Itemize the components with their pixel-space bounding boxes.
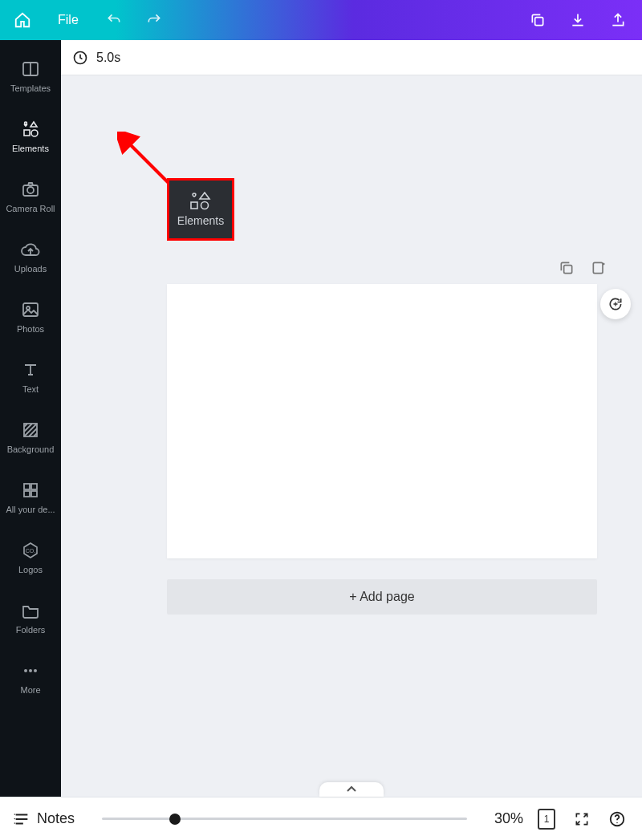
svg-point-18 [29, 669, 32, 672]
svg-rect-14 [31, 491, 37, 497]
sidebar-item-label: Logos [18, 565, 43, 574]
topbar-left-group: File [0, 7, 167, 33]
sidebar-item-photos[interactable]: Photos [0, 287, 61, 347]
sidebar-item-text[interactable]: Text [0, 347, 61, 408]
main-area: 5.0s [61, 40, 642, 797]
sidebar-item-label: More [20, 685, 40, 695]
svg-point-7 [27, 187, 34, 193]
page-tools [557, 258, 608, 278]
fullscreen-button[interactable] [570, 807, 594, 831]
add-page-button[interactable]: + Add page [167, 579, 597, 615]
sidebar-item-label: Folders [16, 625, 46, 635]
zoom-level[interactable]: 30% [494, 810, 523, 827]
sidebar-item-elements[interactable]: Elements [0, 107, 61, 167]
grid-icon [21, 481, 40, 500]
left-sidebar: Templates Elements Camera Roll Uploads P… [0, 40, 61, 797]
undo-icon [106, 12, 122, 28]
new-page-icon [591, 260, 607, 276]
photo-icon [21, 300, 40, 319]
duration-label[interactable]: 5.0s [96, 51, 120, 65]
slider-thumb[interactable] [169, 814, 181, 825]
folder-icon [21, 601, 40, 620]
svg-rect-12 [31, 484, 37, 489]
sidebar-item-label: All your de... [6, 505, 55, 514]
svg-point-19 [34, 669, 37, 672]
home-button[interactable] [10, 7, 35, 33]
sidebar-item-more[interactable]: More [0, 648, 61, 708]
svg-text:CO.: CO. [26, 548, 36, 554]
sidebar-item-label: Elements [12, 144, 49, 153]
share-icon [610, 12, 626, 28]
duplicate-icon [559, 260, 575, 276]
svg-rect-11 [24, 484, 30, 489]
add-page-label: + Add page [349, 590, 414, 604]
fullscreen-icon [574, 811, 590, 827]
camera-icon [21, 180, 40, 199]
sidebar-item-label: Templates [10, 83, 51, 93]
notes-button[interactable]: Notes [13, 810, 75, 828]
notes-icon [13, 810, 30, 828]
topbar-right-group [525, 7, 642, 33]
svg-rect-26 [564, 266, 572, 274]
sidebar-item-label: Text [22, 384, 39, 394]
sidebar-item-label: Uploads [14, 264, 47, 274]
top-toolbar: File [0, 0, 642, 40]
slider-track [102, 818, 467, 820]
background-icon [21, 420, 40, 440]
sidebar-item-camera-roll[interactable]: Camera Roll [0, 167, 61, 227]
svg-point-5 [31, 130, 38, 136]
svg-rect-8 [23, 303, 38, 316]
svg-point-29 [616, 822, 617, 822]
elements-icon [189, 192, 213, 211]
help-icon [608, 810, 626, 828]
sidebar-item-templates[interactable]: Templates [0, 47, 61, 107]
chevron-up-icon [346, 785, 357, 793]
svg-line-22 [127, 141, 169, 184]
sidebar-item-folders[interactable]: Folders [0, 588, 61, 648]
download-icon [570, 12, 586, 28]
clock-icon [72, 50, 88, 66]
duplicate-page-button[interactable] [557, 258, 576, 278]
svg-rect-24 [191, 202, 197, 209]
share-button[interactable] [605, 7, 631, 33]
body-row: Templates Elements Camera Roll Uploads P… [0, 40, 642, 797]
svg-point-17 [24, 669, 27, 672]
copy-button[interactable] [525, 7, 551, 33]
zoom-slider[interactable] [86, 818, 483, 820]
sidebar-item-logos[interactable]: CO. Logos [0, 528, 61, 588]
svg-rect-0 [535, 18, 543, 26]
file-menu[interactable]: File [50, 8, 87, 32]
svg-rect-4 [24, 130, 30, 136]
bottom-bar: Notes 30% 1 [0, 797, 642, 840]
redo-button[interactable] [141, 7, 167, 33]
annotation-callout: Elements [167, 178, 234, 241]
logo-icon: CO. [21, 541, 40, 560]
sidebar-item-label: Camera Roll [6, 204, 55, 213]
page-indicator[interactable]: 1 [534, 807, 559, 831]
svg-point-25 [201, 202, 209, 209]
canvas-page[interactable] [167, 284, 597, 558]
svg-rect-27 [593, 262, 603, 273]
redo-icon [146, 12, 162, 28]
svg-marker-23 [200, 193, 209, 199]
refresh-plus-icon [607, 296, 624, 312]
canvas-area: Elements + Add page [61, 75, 642, 797]
elements-icon [21, 120, 40, 139]
sidebar-item-label: Photos [17, 324, 44, 334]
undo-button[interactable] [101, 7, 127, 33]
sidebar-item-all-your-designs[interactable]: All your de... [0, 468, 61, 528]
annotation-label: Elements [177, 214, 224, 227]
help-button[interactable] [605, 807, 629, 831]
more-icon [21, 661, 40, 680]
new-page-button[interactable] [589, 258, 608, 278]
home-icon [14, 11, 31, 29]
expand-pages-tab[interactable] [319, 782, 384, 797]
sidebar-item-uploads[interactable]: Uploads [0, 227, 61, 287]
download-button[interactable] [565, 7, 591, 33]
svg-marker-3 [30, 122, 37, 127]
text-icon [21, 360, 40, 379]
regenerate-button[interactable] [600, 289, 631, 319]
sidebar-item-label: Background [7, 444, 55, 454]
sidebar-item-background[interactable]: Background [0, 408, 61, 468]
timing-bar: 5.0s [61, 40, 642, 75]
